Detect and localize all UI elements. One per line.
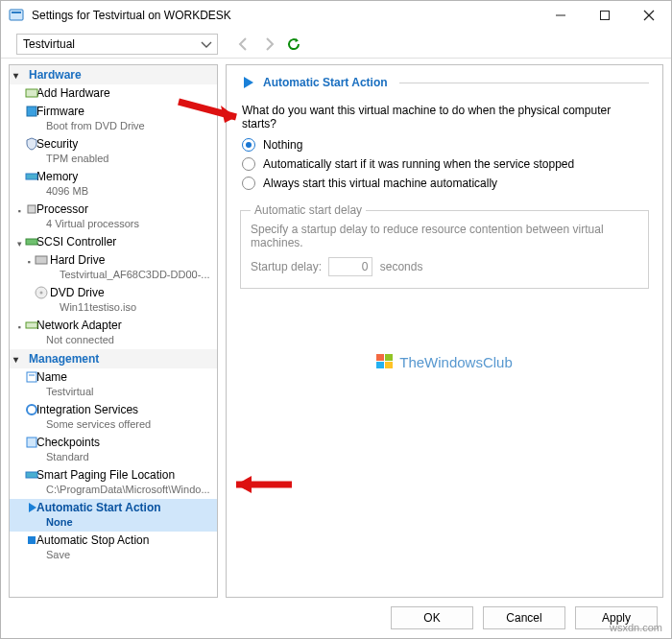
sidebar-item-memory[interactable]: Memory 4096 MB [10,168,217,201]
nav-back-button[interactable] [233,34,254,55]
svg-rect-18 [27,438,36,447]
radio-icon [242,157,255,171]
svg-rect-9 [28,205,36,213]
toolbar: Testvirtual [1,30,671,59]
delay-label: Startup delay: [251,260,322,273]
window-title: Settings for Testvirtual on WORKDESK [32,9,539,22]
svg-rect-7 [27,106,36,116]
svg-rect-11 [36,256,47,264]
memory-icon [25,170,38,183]
site-watermark: wsxdn.com [610,622,662,633]
watermark: TheWindowsClub [227,353,662,370]
vm-selector[interactable]: Testvirtual [16,34,218,55]
expand-icon[interactable]: ▪ [23,255,35,267]
section-hardware[interactable]: ▾ Hardware [10,65,217,84]
svg-point-17 [27,405,36,414]
sidebar-item-scsi-controller[interactable]: ▾ SCSI Controller [10,233,217,251]
windows-flag-icon [376,353,394,370]
sidebar-item-security[interactable]: Security TPM enabled [10,135,217,168]
content-header: Automatic Start Action [263,76,388,89]
svg-rect-23 [376,354,384,361]
divider [399,83,649,83]
radio-icon [242,177,255,190]
sidebar-item-add-hardware[interactable]: Add Hardware [10,84,217,103]
automatic-start-delay-group: Automatic start delay Specify a startup … [240,203,649,289]
start-action-icon [240,75,255,90]
svg-rect-0 [10,10,23,20]
expand-icon[interactable]: ▪ [13,204,25,216]
section-management[interactable]: ▾ Management [10,349,217,368]
services-icon [25,403,38,416]
svg-rect-21 [28,536,36,544]
chevron-down-icon [202,37,211,51]
firmware-icon [25,105,38,118]
add-hardware-icon [25,86,38,100]
close-button[interactable] [627,1,671,30]
collapse-icon[interactable]: ▾ [13,237,25,248]
minimize-button[interactable] [539,1,583,30]
sidebar: ▾ Hardware Add Hardware Firmware Boot fr… [9,64,218,598]
sidebar-item-network-adapter[interactable]: ▪ Network Adapter Not connected [10,317,217,349]
svg-rect-14 [26,322,37,328]
collapse-icon: ▾ [13,70,18,81]
radio-icon [242,138,255,152]
svg-rect-19 [26,472,37,478]
sidebar-item-hard-drive[interactable]: ▪ Hard Drive Testvirtual_AF68C3DD-DD00-.… [10,251,217,284]
sidebar-item-name[interactable]: Name Testvirtual [10,368,217,401]
processor-icon [25,202,38,216]
vm-selector-value: Testvirtual [23,37,75,51]
sidebar-item-automatic-stop-action[interactable]: Automatic Stop Action Save [10,532,217,564]
startup-delay-input: 0 [328,257,372,276]
sidebar-item-dvd-drive[interactable]: DVD Drive Win11testiso.iso [10,284,217,317]
cancel-button[interactable]: Cancel [483,606,565,629]
sidebar-item-smart-paging[interactable]: Smart Paging File Location C:\ProgramDat… [10,466,217,499]
sidebar-item-firmware[interactable]: Firmware Boot from DVD Drive [10,103,217,135]
collapse-icon: ▾ [13,354,18,365]
svg-rect-25 [376,362,384,368]
content-question: What do you want this virtual machine to… [242,104,647,130]
name-icon [25,370,38,384]
svg-rect-1 [12,12,21,13]
sidebar-item-automatic-start-action[interactable]: Automatic Start Action None [10,499,217,532]
refresh-button[interactable] [283,34,304,55]
content-panel: Automatic Start Action What do you want … [226,64,663,598]
svg-rect-6 [26,89,37,97]
svg-rect-26 [385,362,393,368]
svg-rect-24 [385,354,393,361]
svg-rect-15 [27,372,36,382]
expand-icon[interactable]: ▪ [13,320,25,332]
delay-description: Specify a startup delay to reduce resour… [251,223,638,249]
app-icon [9,8,24,23]
svg-marker-22 [244,77,253,88]
dvd-icon [35,286,48,299]
network-icon [25,319,38,332]
hard-drive-icon [35,253,48,267]
radio-option-nothing[interactable]: Nothing [242,138,649,152]
dialog-footer: OK Cancel Apply [1,598,671,638]
radio-option-auto-if-running[interactable]: Automatically start if it was running wh… [242,157,649,171]
svg-point-13 [40,292,43,295]
scsi-icon [25,235,38,248]
sidebar-item-processor[interactable]: ▪ Processor 4 Virtual processors [10,201,217,233]
svg-rect-10 [26,239,37,245]
titlebar: Settings for Testvirtual on WORKDESK [1,1,671,30]
delay-unit: seconds [380,260,423,273]
checkpoints-icon [25,436,38,449]
sidebar-item-checkpoints[interactable]: Checkpoints Standard [10,434,217,466]
start-action-icon [25,501,38,514]
sidebar-item-integration-services[interactable]: Integration Services Some services offer… [10,401,217,434]
ok-button[interactable]: OK [391,606,473,629]
nav-forward-button[interactable] [258,34,279,55]
delay-legend: Automatic start delay [251,203,366,217]
svg-rect-8 [26,174,37,179]
shield-icon [25,137,38,151]
paging-icon [25,468,38,482]
radio-option-always-start[interactable]: Always start this virtual machine automa… [242,177,649,190]
stop-action-icon [25,533,38,547]
maximize-button[interactable] [583,1,627,30]
svg-rect-3 [601,12,610,20]
svg-marker-20 [29,503,36,512]
